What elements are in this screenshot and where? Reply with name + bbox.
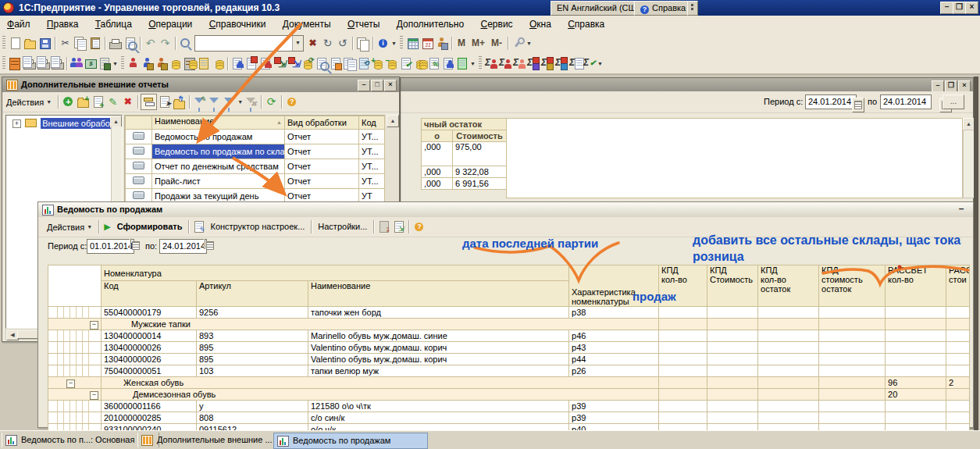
redo-icon[interactable]: ↷ <box>158 36 173 51</box>
code-cell[interactable]: 360000001166 <box>102 401 197 412</box>
edit-icon[interactable]: ✎ <box>105 94 120 109</box>
report-row[interactable]: Прайс-лист Отчет УТ... <box>126 174 385 189</box>
code-cell[interactable]: 130400000014 <box>102 330 197 342</box>
period-from-calendar-icon[interactable] <box>852 98 864 112</box>
add-icon[interactable]: + <box>61 94 76 109</box>
report-kind-cell[interactable]: Отчет <box>285 159 359 174</box>
memory-minus-button[interactable]: M- <box>488 37 505 48</box>
menu-additional[interactable]: Дополнительно <box>390 16 471 33</box>
period-to-field[interactable]: 24.01.2014 <box>159 239 207 254</box>
sum-by-customer-icon[interactable]: Σ <box>512 56 526 71</box>
toolbar-grip[interactable] <box>479 56 482 70</box>
period-from-field[interactable]: 24.01.2014 <box>805 94 857 109</box>
report-kind-cell[interactable]: Отчет <box>285 144 359 159</box>
menu-table[interactable]: Таблица <box>88 16 139 33</box>
report-kind-cell[interactable]: Отчет <box>285 130 359 144</box>
filter-by-value-icon[interactable] <box>222 94 237 109</box>
doc-approve-icon[interactable]: ✔ <box>399 56 413 71</box>
vertical-scrollbar[interactable] <box>963 130 975 198</box>
customer-icon[interactable] <box>127 56 141 71</box>
stock-cell[interactable]: 975,00 <box>453 142 507 166</box>
calculator-icon[interactable] <box>405 36 420 51</box>
user-permissions-icon[interactable] <box>435 36 449 51</box>
customer-order-icon[interactable] <box>141 56 155 71</box>
doc-customer-icon[interactable] <box>230 56 244 71</box>
cash-register-icon[interactable] <box>98 56 112 71</box>
report-name-cell[interactable]: Ведомость по продажам по скла... <box>152 144 285 159</box>
characteristic-cell[interactable]: p26 <box>569 365 659 377</box>
print-preview-icon[interactable] <box>123 36 137 51</box>
restore-button[interactable]: ❐ <box>953 2 966 14</box>
name-cell[interactable]: 121580 o\o ч\тк <box>308 401 569 412</box>
minimize-button[interactable]: – <box>358 80 370 91</box>
open-icon[interactable] <box>23 36 37 51</box>
sales-group-row[interactable]: Демисезонная обувь 20 <box>48 389 970 401</box>
filter-dropdown-icon[interactable]: ▼ <box>237 99 244 105</box>
sales-window-titlebar[interactable]: Ведомость по продажам – <box>38 202 973 217</box>
doc-exchange-icon[interactable]: ⟲ <box>357 56 371 71</box>
name-cell[interactable]: Marinello обувь муж.домаш. синие <box>308 330 569 342</box>
save-settings-icon[interactable]: ↴ <box>376 219 391 234</box>
calendar-icon[interactable]: 31 <box>420 36 435 51</box>
scroll-up-icon[interactable]: ▲ <box>387 115 399 127</box>
language-bar-handle[interactable] <box>687 1 698 16</box>
remove-money-icon[interactable]: − <box>385 56 399 71</box>
menu-file[interactable]: Файл <box>0 16 37 33</box>
menu-operations[interactable]: Операции <box>141 16 199 33</box>
code-cell[interactable]: 750400000051 <box>102 365 197 377</box>
doc-chart-icon[interactable] <box>329 56 343 71</box>
kind-column-header[interactable]: Вид обработки <box>285 116 359 130</box>
refresh-icon[interactable]: ⟳ <box>264 94 279 109</box>
icon-column-header[interactable] <box>126 116 152 130</box>
report-code-cell[interactable]: УТ... <box>359 144 385 159</box>
article-cell[interactable]: 9256 <box>197 307 308 319</box>
sales-group-row[interactable]: Женская обувь 96 2 <box>48 377 970 389</box>
cost-column-header[interactable]: Стоимость <box>453 130 507 142</box>
code-column-header[interactable]: Код <box>359 116 385 130</box>
name-cell[interactable]: с/о син/к <box>308 412 569 424</box>
stock-cell[interactable]: 6 991,56 <box>453 178 507 190</box>
card-file-icon[interactable] <box>8 56 22 71</box>
toolbar-grip[interactable] <box>400 36 403 50</box>
menu-reports[interactable]: Отчеты <box>340 16 387 33</box>
group-name-cell[interactable]: Демисезонная обувь <box>102 389 659 401</box>
doc-search-icon[interactable] <box>315 56 329 71</box>
article-cell[interactable]: 895 <box>197 342 308 354</box>
settings-button[interactable]: Настройки... <box>314 219 371 234</box>
window-tab-additional-reports[interactable]: Дополнительные внешние ... <box>137 433 294 447</box>
minimize-button[interactable]: – <box>956 205 967 215</box>
name-cell[interactable]: тапочки жен борд <box>308 307 569 319</box>
sales-row[interactable]: 130400000026 895 Valentino обувь муж.дом… <box>48 354 970 365</box>
undo-icon[interactable]: ↶ <box>143 36 158 51</box>
manager-doc-icon[interactable] <box>441 56 455 71</box>
sum-list-icon[interactable]: Σ <box>568 56 583 71</box>
money-doc-icon[interactable] <box>197 56 211 71</box>
menu-windows[interactable]: Окна <box>522 16 558 33</box>
actions-button[interactable]: Действия ▼ <box>43 219 96 234</box>
toolbar-grip[interactable] <box>121 56 124 70</box>
shipment-icon[interactable]: ⇲ <box>287 56 301 71</box>
characteristic-cell[interactable]: p38 <box>569 307 659 319</box>
print-icon[interactable] <box>108 36 123 51</box>
report-print-icon[interactable] <box>36 56 50 71</box>
report-print-icon[interactable] <box>50 56 64 71</box>
settings-wrench-icon[interactable] <box>511 36 526 51</box>
memory-button[interactable]: M <box>454 37 469 48</box>
sales-row[interactable]: 130400000014 893 Marinello обувь муж.дом… <box>48 330 970 342</box>
structure-icon[interactable] <box>455 56 469 71</box>
article-cell[interactable]: 808 <box>197 412 308 424</box>
doc-percent-icon[interactable]: % <box>427 56 441 71</box>
close-button[interactable]: × <box>958 80 971 91</box>
menu-catalogs[interactable]: Справочники <box>202 16 273 33</box>
copy-pages-icon[interactable] <box>355 36 370 51</box>
toolbar-grip[interactable] <box>2 36 5 50</box>
report-row[interactable]: Отчет по денежным средствам Отчет УТ... <box>126 159 385 174</box>
sum-report-icon[interactable]: Σ <box>540 56 554 71</box>
restore-button[interactable]: ❐ <box>945 80 957 91</box>
collapse-icon[interactable] <box>90 321 98 330</box>
window-tab-vedomost-osnovnaya[interactable]: Ведомость по п...: Основная <box>2 433 159 447</box>
info-icon[interactable]: i <box>376 36 390 51</box>
code-cell[interactable]: 201000000285 <box>102 412 197 424</box>
customer-basket-icon[interactable] <box>155 56 169 71</box>
copy-icon[interactable] <box>73 36 87 51</box>
